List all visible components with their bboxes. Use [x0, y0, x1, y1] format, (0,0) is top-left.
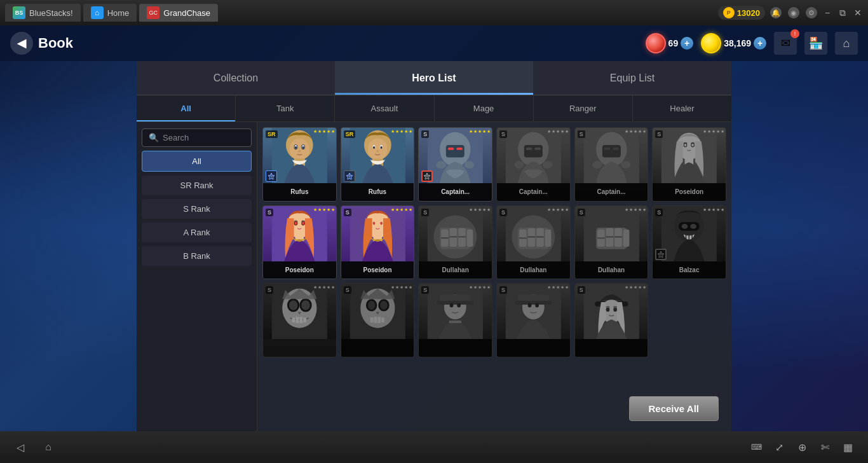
- svg-rect-39: [526, 148, 532, 150]
- receive-all-button[interactable]: Receive All: [629, 396, 719, 421]
- hero-card-rufus-2[interactable]: SR ★★★★★ Rufus: [341, 127, 415, 202]
- hero-portrait-16: [497, 284, 570, 339]
- rank-filter-s[interactable]: S Rank: [142, 199, 252, 219]
- hero-card-captain-2[interactable]: S ★★★★★ Captain...: [496, 127, 571, 202]
- expand-icon[interactable]: ⤢: [771, 439, 787, 455]
- hero-card-dullahan-2[interactable]: S ★★★★★ Dullahan: [496, 205, 571, 280]
- rank-filter-all[interactable]: All: [142, 151, 252, 172]
- filter-mage[interactable]: Mage: [435, 95, 534, 121]
- gem-plus-button[interactable]: +: [681, 37, 693, 50]
- search-placeholder: Search: [163, 133, 189, 142]
- svg-rect-47: [613, 148, 619, 150]
- search-box[interactable]: 🔍 Search: [142, 128, 252, 147]
- svg-point-124: [380, 301, 388, 310]
- filter-ranger[interactable]: Ranger: [534, 95, 633, 121]
- back-button[interactable]: ◀ Book: [10, 32, 73, 55]
- svg-rect-92: [606, 228, 613, 247]
- tab-collection[interactable]: Collection: [137, 61, 335, 95]
- mail-button[interactable]: ✉ !: [774, 32, 797, 55]
- rank-badge-14: S: [344, 286, 351, 294]
- hero-card-balzac[interactable]: S ★★★★★: [652, 205, 726, 280]
- filter-tank[interactable]: Tank: [236, 95, 335, 121]
- hero-card-row3-2[interactable]: S ★★★★★: [341, 283, 415, 357]
- back-arrow-icon: ◀: [10, 32, 33, 55]
- close-btn[interactable]: ✕: [853, 8, 863, 18]
- camera-icon[interactable]: ◉: [788, 7, 799, 18]
- hero-name-3: Captain...: [419, 183, 492, 201]
- skill-icon-2: [346, 172, 353, 180]
- stars-14: ★★★★★: [391, 285, 412, 290]
- svg-rect-46: [604, 148, 610, 150]
- red-skill-icon-12: [657, 251, 665, 258]
- svg-rect-38: [524, 145, 543, 157]
- rank-badge-11: S: [578, 209, 585, 216]
- hero-card-row3-1[interactable]: S ★★★★★: [262, 283, 337, 357]
- svg-rect-73: [450, 228, 458, 247]
- hero-portrait-4: [497, 128, 570, 183]
- back-taskbar-button[interactable]: ◁: [13, 439, 28, 455]
- hero-card-captain-3[interactable]: S ★★★★★ Captain...: [574, 127, 649, 202]
- hero-card-captain-1[interactable]: S ★★★★★: [418, 127, 492, 202]
- game-tab-label: GrandChase: [163, 8, 210, 18]
- layers-icon[interactable]: ▦: [840, 439, 855, 455]
- hero-portrait-14: [341, 284, 414, 339]
- bluestacks-tab-label: BlueStacks!: [29, 8, 73, 18]
- stars-16: ★★★★★: [547, 285, 569, 290]
- rank-badge-13: S: [266, 286, 273, 294]
- home-taskbar-button[interactable]: ⌂: [41, 439, 56, 455]
- rank-filter-b[interactable]: B Rank: [142, 246, 252, 266]
- filter-all[interactable]: All: [137, 95, 236, 121]
- cut-icon[interactable]: ✄: [817, 439, 832, 455]
- hero-card-dullahan-1[interactable]: S ★★★★★ Dullahan: [418, 205, 492, 280]
- svg-point-16: [368, 138, 388, 160]
- svg-rect-115: [292, 318, 295, 323]
- hero-portrait-13: [263, 284, 336, 339]
- game-tab[interactable]: GC GrandChase: [139, 4, 218, 22]
- title-bar-right: P 13020 🔔 ◉ ⚙ − ⧉ ✕: [718, 6, 863, 20]
- keyboard-icon[interactable]: ⌨: [749, 439, 764, 455]
- class-filter-bar: All Tank Assault Mage Ranger Healer: [137, 95, 731, 122]
- svg-point-32: [465, 161, 474, 169]
- hero-portrait-8: [341, 206, 414, 261]
- rank-badge-17: S: [578, 286, 585, 294]
- hero-card-poseidon-3[interactable]: S ★★★★★ Poseidon: [341, 205, 415, 280]
- hero-card-rufus-1[interactable]: SR ★★★★★: [262, 127, 337, 202]
- hero-portrait-7: [263, 206, 336, 261]
- hero-card-poseidon-2[interactable]: S ★★★★★ Poseidon: [262, 205, 337, 280]
- location-icon[interactable]: ⊕: [794, 439, 810, 455]
- tab-bar: Collection Hero List Equip List: [137, 61, 731, 95]
- stars-2: ★★★★★: [391, 129, 412, 134]
- tab-hero-list[interactable]: Hero List: [335, 61, 533, 95]
- rank-badge-6: S: [655, 130, 663, 138]
- shop-button[interactable]: 🏪: [804, 32, 827, 55]
- svg-point-54: [684, 144, 687, 147]
- rank-filter-sr[interactable]: SR Rank: [142, 176, 252, 195]
- bluestacks-tab[interactable]: BS BlueStacks!: [5, 4, 81, 22]
- rank-filter-a[interactable]: A Rank: [142, 223, 252, 242]
- minimize-btn[interactable]: −: [822, 8, 832, 18]
- rank-badge-8: S: [344, 209, 351, 216]
- tab-equip-list[interactable]: Equip List: [533, 61, 731, 95]
- home-button[interactable]: ⌂: [835, 32, 858, 55]
- home-tab[interactable]: ⌂ Home: [83, 4, 137, 22]
- svg-point-102: [691, 224, 697, 229]
- hero-card-poseidon-1[interactable]: S ★★★★★ Poseidon: [652, 127, 726, 202]
- notification-icon[interactable]: 🔔: [770, 7, 782, 18]
- hero-card-row3-4[interactable]: S ★★★★★: [496, 283, 571, 357]
- hero-card-dullahan-3[interactable]: S ★★★★★ Dullahan: [574, 205, 649, 280]
- hero-card-row3-5[interactable]: S ★★★★★: [574, 283, 649, 357]
- settings-icon[interactable]: ⚙: [806, 7, 817, 18]
- restore-btn[interactable]: ⧉: [837, 8, 848, 18]
- gold-plus-button[interactable]: +: [754, 37, 766, 50]
- game-topbar: ◀ Book 69 + 38,169 + ✉ ! 🏪 ⌂: [0, 25, 868, 61]
- rank-badge-16: S: [499, 286, 507, 294]
- hero-card-row3-3[interactable]: S ★★★★★: [418, 283, 492, 357]
- filter-assault[interactable]: Assault: [335, 95, 434, 121]
- rank-badge-3: S: [421, 130, 429, 138]
- filter-healer[interactable]: Healer: [633, 95, 731, 121]
- svg-rect-125: [370, 318, 373, 323]
- gem-value: 69: [668, 38, 679, 48]
- title-bar: BS BlueStacks! ⌂ Home GC GrandChase P 13…: [0, 0, 868, 25]
- svg-point-2: [290, 138, 309, 160]
- svg-rect-139: [515, 301, 552, 305]
